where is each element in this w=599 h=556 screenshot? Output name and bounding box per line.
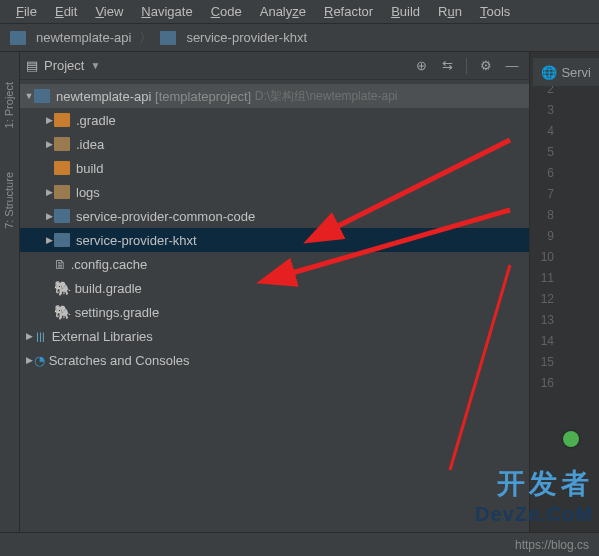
tree-item-label: service-provider-common-code <box>76 209 255 224</box>
menubar: FileEditViewNavigateCodeAnalyzeRefactorB… <box>0 0 599 24</box>
module-icon <box>54 233 70 247</box>
expand-arrow-icon[interactable]: ▶ <box>44 211 54 221</box>
module-icon <box>10 31 26 45</box>
divider <box>466 58 467 74</box>
tree-scratches[interactable]: ▶ ◔ Scratches and Consoles <box>20 348 529 372</box>
breadcrumb-root[interactable]: newtemplate-api <box>6 28 135 47</box>
tree-item-service-provider-khxt[interactable]: ▶service-provider-khxt <box>20 228 529 252</box>
tree-item--gradle[interactable]: ▶.gradle <box>20 108 529 132</box>
folder-icon <box>54 185 70 199</box>
tree-item-build[interactable]: build <box>20 156 529 180</box>
chevron-down-icon: ▼ <box>90 60 100 71</box>
gear-icon[interactable]: ⚙ <box>475 55 497 77</box>
expand-arrow-icon[interactable]: ▶ <box>44 187 54 197</box>
tree-item-label: logs <box>76 185 100 200</box>
menu-navigate[interactable]: Navigate <box>133 2 200 21</box>
collapse-all-icon[interactable]: ⇆ <box>436 55 458 77</box>
module-icon <box>54 209 70 223</box>
menu-view[interactable]: View <box>87 2 131 21</box>
tree-item-label: build.gradle <box>75 281 142 296</box>
expand-arrow-icon[interactable]: ▼ <box>24 91 34 101</box>
menu-run[interactable]: Run <box>430 2 470 21</box>
menu-analyze[interactable]: Analyze <box>252 2 314 21</box>
tool-window-header: ▤ Project ▼ ⊕ ⇆ ⚙ — <box>20 52 529 80</box>
tree-root-path: D:\架构组\newtemplate-api <box>255 88 398 105</box>
services-tab-label: Servi <box>561 65 591 80</box>
hide-icon[interactable]: — <box>501 55 523 77</box>
expand-arrow-icon[interactable]: ▶ <box>24 355 34 365</box>
expand-arrow-icon[interactable]: ▶ <box>44 139 54 149</box>
folder-icon <box>54 137 70 151</box>
status-indicator-icon <box>563 431 579 447</box>
scratches-label: Scratches and Consoles <box>49 353 190 368</box>
left-tool-strip: 1: Project 7: Structure <box>0 52 20 532</box>
expand-arrow-icon[interactable]: ▶ <box>24 331 34 341</box>
tool-tab-structure[interactable]: 7: Structure <box>3 172 15 229</box>
breadcrumb-child[interactable]: service-provider-khxt <box>156 28 311 47</box>
tree-item-build-gradle[interactable]: 🐘 build.gradle <box>20 276 529 300</box>
external-libs-label: External Libraries <box>52 329 153 344</box>
menu-code[interactable]: Code <box>203 2 250 21</box>
scratches-icon: ◔ <box>34 353 45 368</box>
tree-item-label: service-provider-khxt <box>76 233 197 248</box>
module-icon <box>160 31 176 45</box>
menu-edit[interactable]: Edit <box>47 2 85 21</box>
tree-item-label: settings.gradle <box>75 305 160 320</box>
module-icon <box>34 89 50 103</box>
menu-file[interactable]: File <box>8 2 45 21</box>
breadcrumb-sep: 〉 <box>139 29 152 47</box>
services-tab[interactable]: 🌐 Servi <box>533 58 599 86</box>
tree-item--config-cache[interactable]: 🗎 .config.cache <box>20 252 529 276</box>
tool-tab-project[interactable]: 1: Project <box>3 82 15 128</box>
tree-item-label: .config.cache <box>71 257 148 272</box>
menu-tools[interactable]: Tools <box>472 2 518 21</box>
breadcrumb-child-label: service-provider-khxt <box>186 30 307 45</box>
menu-refactor[interactable]: Refactor <box>316 2 381 21</box>
tree-root-name: newtemplate-api <box>56 89 151 104</box>
breadcrumb-root-label: newtemplate-api <box>36 30 131 45</box>
status-text: https://blog.cs <box>515 538 589 552</box>
tree-item-label: .gradle <box>76 113 116 128</box>
locate-icon[interactable]: ⊕ <box>410 55 432 77</box>
line-numbers: 12345678910111213141516 <box>530 52 560 532</box>
tree-item-label: build <box>76 161 103 176</box>
file-icon: 🗎 <box>54 257 67 272</box>
folder-icon <box>54 161 70 175</box>
tree-item-service-provider-common-code[interactable]: ▶service-provider-common-code <box>20 204 529 228</box>
breadcrumb-bar: newtemplate-api 〉 service-provider-khxt <box>0 24 599 52</box>
editor-gutter: 12345678910111213141516 <box>530 52 599 532</box>
tool-window-view-selector[interactable]: ▤ Project ▼ <box>26 58 100 73</box>
expand-arrow-icon[interactable]: ▶ <box>44 235 54 245</box>
gradle-icon: 🐘 <box>54 304 71 320</box>
menu-build[interactable]: Build <box>383 2 428 21</box>
tree-root[interactable]: ▼ newtemplate-api [templateproject] D:\架… <box>20 84 529 108</box>
tree-item--idea[interactable]: ▶.idea <box>20 132 529 156</box>
project-tree[interactable]: ▼ newtemplate-api [templateproject] D:\架… <box>20 80 529 532</box>
tool-window-title: Project <box>44 58 84 73</box>
status-bar: https://blog.cs <box>0 532 599 556</box>
tree-item-logs[interactable]: ▶logs <box>20 180 529 204</box>
tree-root-branch: [templateproject] <box>155 89 251 104</box>
project-view-icon: ▤ <box>26 58 38 73</box>
project-tool-window: ▤ Project ▼ ⊕ ⇆ ⚙ — ▼ newtemplate-api [t… <box>20 52 530 532</box>
tree-item-settings-gradle[interactable]: 🐘 settings.gradle <box>20 300 529 324</box>
library-icon: ⫼ <box>34 328 48 344</box>
folder-icon <box>54 113 70 127</box>
tree-item-label: .idea <box>76 137 104 152</box>
expand-arrow-icon[interactable]: ▶ <box>44 115 54 125</box>
globe-icon: 🌐 <box>541 65 557 80</box>
gradle-icon: 🐘 <box>54 280 71 296</box>
tree-external-libs[interactable]: ▶ ⫼ External Libraries <box>20 324 529 348</box>
